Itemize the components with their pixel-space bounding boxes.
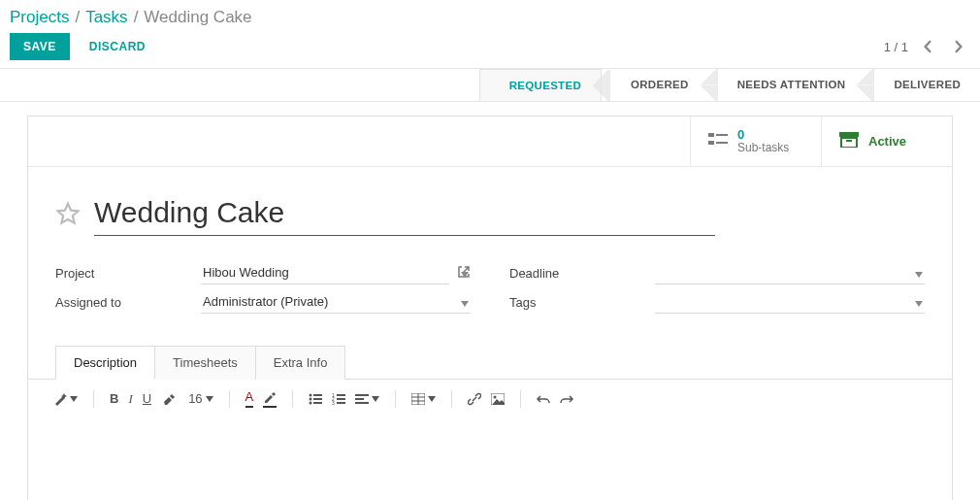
editor-undo-button[interactable]	[537, 393, 550, 405]
editor-ul-button[interactable]	[309, 393, 322, 405]
editor-image-button[interactable]	[491, 393, 505, 405]
editor-toolbar: B I U 16 A	[28, 379, 952, 417]
status-needs-attention[interactable]: NEEDS ATTENTION	[708, 69, 866, 101]
magic-icon	[53, 392, 67, 406]
svg-rect-5	[841, 138, 857, 148]
list-ul-icon	[309, 393, 322, 405]
breadcrumb-current: Wedding Cake	[144, 8, 251, 27]
chevron-right-icon	[954, 40, 964, 53]
tasks-icon	[708, 132, 728, 150]
editor-align-button[interactable]	[355, 393, 379, 405]
eraser-icon	[161, 392, 175, 406]
table-icon	[411, 393, 425, 405]
svg-rect-19	[355, 394, 369, 396]
pager-prev[interactable]	[916, 35, 939, 58]
redo-icon	[560, 393, 573, 405]
svg-rect-3	[716, 142, 728, 144]
active-toggle-button[interactable]: Active	[821, 117, 952, 166]
priority-star[interactable]	[55, 201, 81, 229]
subtasks-count: 0	[737, 128, 789, 141]
breadcrumb: Projects / Tasks / Wedding Cake	[10, 8, 970, 27]
statusbar: REQUESTED ORDERED NEEDS ATTENTION DELIVE…	[0, 69, 980, 102]
discard-button[interactable]: DISCARD	[83, 39, 151, 54]
tab-timesheets[interactable]: Timesheets	[155, 346, 256, 380]
task-title-input[interactable]	[94, 194, 715, 236]
svg-point-9	[310, 397, 312, 400]
tab-description[interactable]: Description	[55, 346, 155, 380]
subtasks-button[interactable]: 0 Sub-tasks	[690, 117, 821, 166]
svg-point-11	[310, 401, 312, 404]
svg-rect-2	[708, 141, 714, 145]
caret-down-icon	[206, 396, 213, 402]
status-requested[interactable]: REQUESTED	[479, 69, 602, 101]
subtasks-label: Sub-tasks	[737, 141, 789, 154]
assigned-to-field[interactable]	[201, 290, 471, 314]
editor-fontsize-button[interactable]: 16	[188, 391, 212, 406]
svg-point-27	[494, 395, 497, 398]
tabs: Description Timesheets Extra Info	[28, 327, 952, 379]
deadline-label: Deadline	[509, 266, 655, 281]
project-label: Project	[55, 266, 201, 281]
archive-icon	[839, 132, 859, 150]
breadcrumb-projects[interactable]: Projects	[10, 8, 69, 27]
caret-down-icon	[70, 396, 78, 402]
project-field[interactable]	[201, 261, 449, 284]
link-icon	[468, 392, 481, 406]
svg-rect-16	[337, 398, 345, 400]
list-ol-icon: 123	[332, 393, 345, 405]
status-delivered[interactable]: DELIVERED	[865, 69, 980, 101]
svg-rect-18	[337, 402, 345, 404]
caret-down-icon	[428, 396, 436, 402]
editor-forecolor-button[interactable]: A	[245, 389, 254, 408]
breadcrumb-tasks[interactable]: Tasks	[85, 8, 127, 27]
svg-rect-8	[313, 394, 322, 396]
save-button[interactable]: SAVE	[10, 33, 70, 60]
svg-rect-12	[313, 402, 322, 404]
svg-rect-21	[355, 402, 369, 404]
project-external-link[interactable]	[457, 265, 471, 282]
svg-rect-10	[313, 398, 322, 400]
editor-redo-button[interactable]	[560, 393, 573, 405]
tab-extra-info[interactable]: Extra Info	[256, 346, 346, 380]
caret-down-icon	[372, 396, 379, 402]
pager-next[interactable]	[947, 35, 970, 58]
image-icon	[491, 393, 505, 405]
editor-ol-button[interactable]: 123	[332, 393, 345, 405]
editor-fontsize-value: 16	[188, 391, 202, 406]
undo-icon	[537, 393, 550, 405]
editor-clear-format-button[interactable]	[161, 392, 175, 406]
editor-italic-button[interactable]: I	[128, 391, 132, 407]
svg-rect-6	[846, 140, 852, 142]
svg-rect-14	[337, 394, 345, 396]
status-ordered[interactable]: ORDERED	[602, 69, 708, 101]
editor-backcolor-button[interactable]	[263, 390, 277, 408]
svg-rect-1	[716, 134, 728, 136]
description-editor[interactable]	[28, 417, 952, 500]
breadcrumb-sep: /	[134, 8, 139, 27]
svg-rect-20	[355, 398, 364, 400]
align-icon	[355, 393, 369, 405]
editor-style-button[interactable]	[53, 392, 78, 406]
svg-rect-4	[839, 132, 859, 137]
pager-text: 1 / 1	[884, 40, 908, 54]
deadline-field[interactable]	[655, 261, 925, 284]
external-link-icon	[457, 265, 471, 279]
highlighter-icon	[263, 390, 277, 404]
active-label: Active	[868, 134, 906, 149]
editor-bold-button[interactable]: B	[110, 391, 118, 406]
svg-rect-0	[708, 133, 714, 137]
tags-label: Tags	[509, 295, 655, 310]
editor-table-button[interactable]	[411, 393, 436, 405]
star-icon	[55, 201, 81, 226]
editor-underline-button[interactable]: U	[143, 391, 151, 406]
breadcrumb-sep: /	[75, 8, 80, 27]
chevron-left-icon	[923, 40, 932, 53]
svg-point-7	[310, 393, 312, 396]
pager: 1 / 1	[884, 35, 970, 58]
assigned-to-label: Assigned to	[55, 295, 201, 310]
tags-field[interactable]	[655, 290, 925, 314]
svg-text:3: 3	[332, 400, 335, 405]
editor-link-button[interactable]	[468, 392, 481, 406]
form-sheet: 0 Sub-tasks Active Project	[27, 116, 953, 500]
